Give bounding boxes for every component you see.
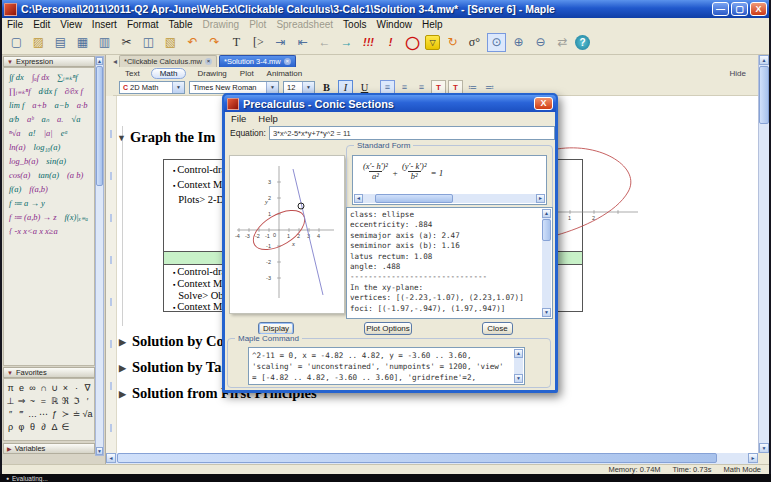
scroll-left-icon[interactable]: ◄ bbox=[106, 453, 116, 463]
scrollbar-thumb[interactable] bbox=[96, 66, 103, 186]
chevron-down-icon[interactable]: ▼ bbox=[302, 82, 314, 93]
tab-clickable-calculus[interactable]: *Clickable Calculus.mw × bbox=[119, 55, 217, 67]
favorites-palette-item[interactable]: ρ bbox=[5, 420, 16, 433]
expression-palette-item[interactable]: ∑ᵢ₌ₖⁿf bbox=[53, 70, 82, 84]
menu-help[interactable]: Help bbox=[417, 19, 448, 30]
favorites-palette-item[interactable]: … bbox=[27, 407, 38, 420]
scroll-left-icon[interactable]: ◄ bbox=[354, 194, 363, 203]
favorites-palette-item[interactable]: ℜ bbox=[60, 394, 71, 407]
save-icon[interactable]: ▤ bbox=[51, 33, 70, 52]
tab-toggle-icon[interactable]: ⇄ bbox=[553, 33, 572, 52]
info-vscrollbar[interactable]: ▲ ▼ bbox=[542, 209, 551, 317]
scroll-down-icon[interactable]: ▼ bbox=[514, 374, 523, 383]
tab-close-icon[interactable]: × bbox=[205, 58, 212, 65]
favorites-palette-item[interactable]: ℑ bbox=[71, 394, 82, 407]
undo-icon[interactable]: ↶ bbox=[183, 33, 202, 52]
minimize-button[interactable]: — bbox=[712, 2, 729, 16]
zoom-in-icon[interactable]: ⊕ bbox=[509, 33, 528, 52]
help-icon[interactable]: ? bbox=[575, 35, 590, 50]
chevron-down-icon[interactable]: ▼ bbox=[172, 82, 184, 93]
worksheet-vscrollbar[interactable]: ▲ ▼ bbox=[758, 55, 769, 453]
cut-icon[interactable]: ✂ bbox=[117, 33, 136, 52]
tab-close-icon[interactable]: × bbox=[284, 58, 291, 65]
favorites-palette-item[interactable]: ≐ bbox=[71, 407, 82, 420]
expression-palette-item[interactable]: lim f bbox=[5, 98, 28, 112]
section-solution-task[interactable]: ▶ Solution by Ta bbox=[119, 359, 221, 376]
mode-text[interactable]: Text bbox=[123, 69, 142, 78]
expression-palette-item[interactable]: |a| bbox=[40, 126, 57, 140]
favorites-palette-item[interactable]: ″ bbox=[5, 407, 16, 420]
mode-plot[interactable]: Plot bbox=[238, 69, 256, 78]
expression-palette-item[interactable]: ∫ₐf dx bbox=[28, 70, 53, 84]
favorites-palette-item[interactable]: ~ bbox=[27, 394, 38, 407]
scroll-up-icon[interactable]: ▲ bbox=[96, 57, 103, 65]
tab-solution-3-4[interactable]: *Solution 3-4.mw × bbox=[219, 55, 296, 67]
scrollbar-thumb[interactable] bbox=[375, 194, 453, 203]
menu-window[interactable]: Window bbox=[371, 19, 417, 30]
execute-icon[interactable]: ! bbox=[381, 33, 400, 52]
expression-palette-item[interactable]: aₙ bbox=[37, 112, 53, 126]
dialog-close-icon[interactable]: X bbox=[534, 97, 553, 110]
favorites-palette-item[interactable]: ⇒ bbox=[16, 394, 27, 407]
scroll-right-icon[interactable]: ► bbox=[748, 453, 758, 463]
restore-button[interactable]: ▢ bbox=[731, 2, 748, 16]
mode-drawing[interactable]: Drawing bbox=[195, 69, 228, 78]
menu-spreadsheet[interactable]: Spreadsheet bbox=[271, 19, 338, 30]
close-window-button[interactable]: X bbox=[750, 2, 767, 16]
zoom-reset-icon[interactable]: ⊙ bbox=[487, 33, 506, 52]
favorites-palette-item[interactable]: √a bbox=[82, 407, 93, 420]
print-preview-icon[interactable]: ▥ bbox=[95, 33, 114, 52]
favorites-palette-item[interactable]: ∇ bbox=[82, 381, 93, 394]
scrollbar-thumb[interactable] bbox=[542, 219, 551, 241]
zoom-out-icon[interactable]: ⊖ bbox=[531, 33, 550, 52]
dialog-menu-file[interactable]: File bbox=[231, 113, 246, 124]
back-icon[interactable]: ← bbox=[315, 33, 334, 52]
section-expanded-icon[interactable]: ▼ bbox=[117, 133, 126, 143]
favorites-palette-item[interactable]: ∂ bbox=[38, 420, 49, 433]
tab-scroll-left-icon[interactable]: ◂ bbox=[113, 57, 117, 67]
section-collapsed-icon[interactable]: ▶ bbox=[119, 337, 126, 347]
expression-palette-item[interactable]: d∕dx f bbox=[35, 84, 61, 98]
mode-animation[interactable]: Animation bbox=[265, 69, 305, 78]
expression-palette-item[interactable]: sin(a) bbox=[42, 154, 70, 168]
favorites-palette-item[interactable]: · bbox=[71, 381, 82, 394]
expression-palette-item[interactable]: a·b bbox=[73, 98, 92, 112]
close-dialog-button[interactable]: Close bbox=[482, 322, 513, 335]
outdent-icon[interactable]: ⇤ bbox=[293, 33, 312, 52]
open-icon[interactable]: ▨ bbox=[29, 33, 48, 52]
expression-palette-item[interactable]: f(x)|ₓ₌ₐ bbox=[60, 210, 92, 224]
menu-insert[interactable]: Insert bbox=[87, 19, 122, 30]
favorites-palette-item[interactable]: ∪ bbox=[49, 381, 60, 394]
print-icon[interactable]: ▦ bbox=[73, 33, 92, 52]
favorites-palette-item[interactable]: = bbox=[38, 394, 49, 407]
favorites-palette-item[interactable]: ∈ bbox=[60, 420, 71, 433]
favorites-palette-item[interactable]: e bbox=[16, 381, 27, 394]
scroll-up-icon[interactable]: ▲ bbox=[759, 55, 769, 65]
insert-math-prompt-icon[interactable]: [> bbox=[249, 33, 268, 52]
section-collapsed-icon[interactable]: ▶ bbox=[119, 389, 126, 399]
expression-palette-item[interactable]: ⁿ√a bbox=[5, 126, 25, 140]
hide-toolbar-button[interactable]: Hide bbox=[730, 69, 746, 78]
plot-options-button[interactable]: Plot Options bbox=[364, 322, 412, 335]
favorites-palette-item[interactable]: ∩ bbox=[38, 381, 49, 394]
copy-icon[interactable]: ◫ bbox=[139, 33, 158, 52]
units-icon[interactable]: σ° bbox=[465, 33, 484, 52]
worksheet-hscrollbar[interactable]: ◄ ► bbox=[106, 453, 758, 464]
favorites-palette-item[interactable]: Δ bbox=[49, 420, 60, 433]
expression-palette-item[interactable]: eᵃ bbox=[57, 126, 72, 140]
expression-palette-item[interactable]: (a b) bbox=[63, 168, 87, 182]
paste-icon[interactable]: ▧ bbox=[161, 33, 180, 52]
favorites-palette-item[interactable]: ⋯ bbox=[38, 407, 49, 420]
favorites-palette-item[interactable]: ƒ bbox=[49, 407, 60, 420]
favorites-palette-item[interactable]: ⊥ bbox=[5, 394, 16, 407]
menu-plot[interactable]: Plot bbox=[244, 19, 271, 30]
expression-palette-item[interactable]: f ≔ a → y bbox=[5, 196, 49, 210]
scroll-down-icon[interactable]: ▼ bbox=[542, 308, 551, 317]
interrupt-icon[interactable]: ◯ bbox=[403, 33, 422, 52]
new-document-icon[interactable]: ▢ bbox=[7, 33, 26, 52]
mode-math[interactable]: Math bbox=[151, 68, 187, 79]
favorites-palette-item[interactable]: ℝ bbox=[49, 394, 60, 407]
expression-palette-item[interactable]: f ≔ (a,b) → z bbox=[5, 210, 60, 224]
favorites-palette-item[interactable]: θ bbox=[27, 420, 38, 433]
restart-icon[interactable]: ↻ bbox=[443, 33, 462, 52]
